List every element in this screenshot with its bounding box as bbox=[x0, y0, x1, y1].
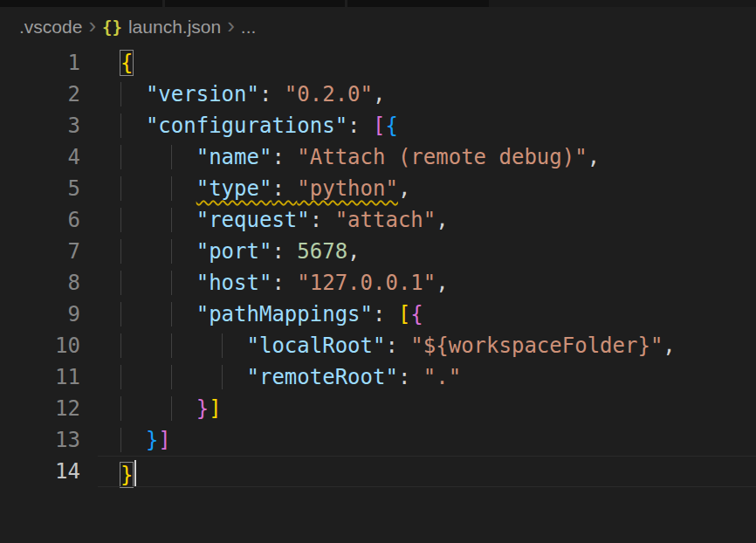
indent-guides bbox=[120, 82, 146, 107]
code-token: , bbox=[398, 176, 410, 201]
code-token: "attach" bbox=[335, 208, 436, 232]
tab-bar-strip bbox=[0, 0, 756, 7]
code-line[interactable]: 10 "localRoot": "${workspaceFolder}", bbox=[0, 330, 756, 361]
code-token: : bbox=[373, 302, 398, 326]
breadcrumb-item-symbol[interactable]: ... bbox=[241, 17, 257, 38]
code-token: "request" bbox=[196, 208, 310, 232]
line-number[interactable]: 13 bbox=[0, 424, 80, 456]
code-token: "remoteRoot" bbox=[247, 365, 398, 389]
code-token: ] bbox=[158, 428, 170, 452]
code-token: "127.0.0.1" bbox=[297, 271, 436, 295]
breadcrumb: .vscode › {} launch.json › ... bbox=[0, 7, 756, 47]
breadcrumb-item-file[interactable]: launch.json bbox=[128, 17, 221, 38]
code-line-text: "port": 5678, bbox=[120, 236, 361, 267]
code-token: [ bbox=[373, 113, 385, 138]
indent-guides bbox=[120, 428, 146, 452]
code-line[interactable]: 6 "request": "attach", bbox=[0, 204, 756, 236]
code-token: : bbox=[310, 208, 335, 232]
line-number[interactable]: 11 bbox=[0, 361, 80, 393]
code-line-text: "configurations": [{ bbox=[120, 110, 398, 141]
line-number[interactable]: 5 bbox=[0, 173, 80, 204]
code-token: { bbox=[410, 302, 423, 326]
line-number[interactable]: 9 bbox=[0, 299, 80, 330]
code-line[interactable]: 4 "name": "Attach (remote debug)", bbox=[0, 141, 756, 173]
code-token: "host" bbox=[196, 271, 272, 295]
indent-guides bbox=[120, 208, 196, 232]
code-token: : bbox=[271, 239, 297, 264]
code-token: "configurations" bbox=[146, 113, 347, 138]
line-number[interactable]: 1 bbox=[0, 47, 80, 79]
code-line[interactable]: 14} bbox=[0, 456, 756, 487]
line-number[interactable]: 6 bbox=[0, 204, 80, 236]
code-token: , bbox=[436, 208, 448, 232]
code-line-text: }] bbox=[120, 393, 222, 424]
json-file-icon: {} bbox=[102, 17, 122, 37]
code-line[interactable]: 2 "version": "0.2.0", bbox=[0, 79, 756, 110]
code-token: "." bbox=[423, 365, 461, 389]
vscode-editor-window: .vscode › {} launch.json › ... 1{2 "vers… bbox=[0, 0, 756, 543]
code-line-text: "request": "attach", bbox=[120, 204, 449, 236]
code-token: "version" bbox=[146, 82, 259, 107]
code-line-text: "localRoot": "${workspaceFolder}", bbox=[120, 330, 676, 361]
line-number[interactable]: 10 bbox=[0, 330, 80, 361]
code-line-text: } bbox=[120, 456, 136, 487]
code-line[interactable]: 7 "port": 5678, bbox=[0, 236, 756, 267]
line-number[interactable]: 4 bbox=[0, 141, 80, 173]
indent-guides bbox=[120, 145, 196, 169]
tab-separator bbox=[162, 0, 165, 7]
code-editor[interactable]: 1{2 "version": "0.2.0",3 "configurations… bbox=[0, 47, 756, 487]
code-line[interactable]: 3 "configurations": [{ bbox=[0, 110, 756, 141]
code-token: "localRoot" bbox=[247, 333, 386, 358]
code-line[interactable]: 12 }] bbox=[0, 393, 756, 424]
tab-separator bbox=[345, 0, 347, 7]
code-token: , bbox=[436, 271, 448, 295]
code-token: { bbox=[385, 113, 397, 138]
indent-guides bbox=[120, 239, 196, 264]
indent-guides bbox=[120, 176, 196, 201]
code-line-text: "type": "python", bbox=[120, 173, 410, 204]
code-line-text: "name": "Attach (remote debug)", bbox=[120, 141, 600, 173]
code-line-text: { bbox=[120, 47, 133, 79]
code-token: "0.2.0" bbox=[285, 82, 373, 107]
line-number[interactable]: 2 bbox=[0, 79, 80, 110]
code-token: } bbox=[146, 428, 158, 452]
line-number[interactable]: 7 bbox=[0, 236, 80, 267]
line-number[interactable]: 8 bbox=[0, 267, 80, 299]
code-line[interactable]: 13 }] bbox=[0, 424, 756, 456]
line-number[interactable]: 12 bbox=[0, 393, 80, 424]
code-line[interactable]: 11 "remoteRoot": "." bbox=[0, 361, 756, 393]
code-token: : bbox=[271, 176, 297, 201]
code-token: { bbox=[120, 51, 133, 75]
code-line[interactable]: 5 "type": "python", bbox=[0, 173, 756, 204]
code-token: "python" bbox=[297, 176, 398, 201]
code-token: , bbox=[347, 239, 360, 264]
code-line-text: "version": "0.2.0", bbox=[120, 79, 385, 110]
code-line-text: }] bbox=[120, 424, 171, 456]
line-number[interactable]: 3 bbox=[0, 110, 80, 141]
code-token: "type" bbox=[196, 176, 272, 201]
code-token: : bbox=[347, 113, 373, 138]
code-token: "pathMappings" bbox=[196, 302, 373, 326]
code-token: : bbox=[259, 82, 285, 107]
code-line-text: "pathMappings": [{ bbox=[120, 299, 423, 330]
breadcrumb-item-folder[interactable]: .vscode bbox=[19, 17, 82, 38]
code-token: } bbox=[196, 396, 209, 421]
line-number[interactable]: 14 bbox=[0, 456, 80, 487]
code-line[interactable]: 9 "pathMappings": [{ bbox=[0, 299, 756, 330]
code-token: ] bbox=[209, 396, 221, 421]
code-token: [ bbox=[398, 302, 410, 326]
code-line[interactable]: 1{ bbox=[0, 47, 756, 79]
indent-guides bbox=[120, 302, 196, 326]
indent-guides bbox=[120, 113, 146, 138]
code-token: "${workspaceFolder}" bbox=[410, 333, 663, 358]
indent-guides bbox=[120, 333, 247, 358]
code-line[interactable]: 8 "host": "127.0.0.1", bbox=[0, 267, 756, 299]
code-token: : bbox=[385, 333, 410, 358]
code-token: "name" bbox=[196, 145, 272, 169]
indent-guides bbox=[120, 365, 247, 389]
chevron-right-icon: › bbox=[227, 14, 235, 37]
tab-bar-empty-space bbox=[489, 0, 756, 7]
code-token: : bbox=[271, 271, 297, 295]
code-token: } bbox=[120, 463, 133, 487]
code-token: , bbox=[373, 82, 385, 107]
